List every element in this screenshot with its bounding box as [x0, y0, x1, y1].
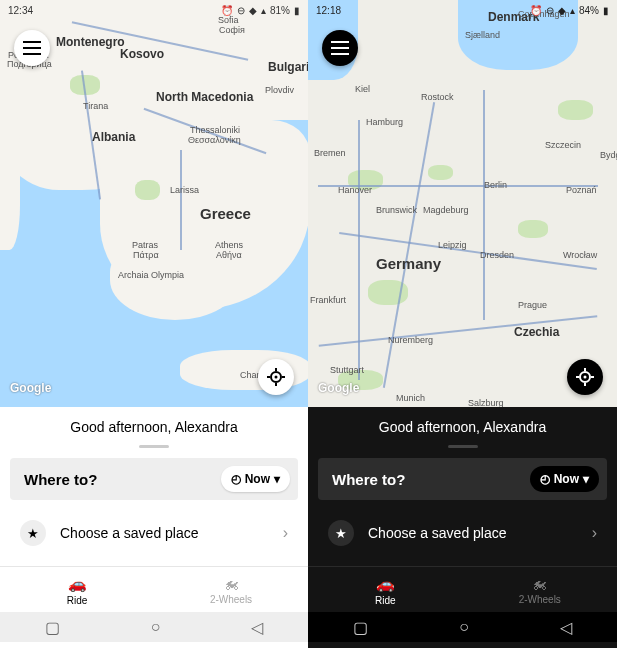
mode-tabs: 🚗 Ride 🏍 2-Wheels	[308, 566, 617, 612]
nav-back-icon[interactable]: ◁	[251, 618, 263, 637]
alarm-icon: ⏰	[530, 5, 542, 16]
nav-home-icon[interactable]: ○	[459, 618, 469, 636]
status-right: ⏰ ⊖ ◆ ▴ 81% ▮	[221, 5, 300, 16]
where-to-row[interactable]: Where to? ◴ Now ▾	[10, 458, 298, 500]
bottom-panel: Good afternoon, Alexandra Where to? ◴ No…	[308, 407, 617, 648]
chevron-down-icon: ▾	[583, 472, 589, 486]
saved-place-label: Choose a saved place	[60, 525, 269, 541]
bottom-panel: Good afternoon, Alexandra Where to? ◴ No…	[0, 407, 308, 648]
map-country-label: Bulgaria	[268, 60, 308, 74]
where-to-row[interactable]: Where to? ◴ Now ▾	[318, 458, 607, 500]
status-time: 12:18	[316, 5, 341, 16]
map-country-label: Greece	[200, 205, 251, 222]
menu-icon	[23, 41, 41, 55]
dnd-icon: ⊖	[237, 5, 245, 16]
where-to-label: Where to?	[332, 471, 405, 488]
chevron-right-icon: ›	[592, 524, 597, 542]
svg-point-1	[275, 376, 278, 379]
nav-recent-icon[interactable]: ▢	[353, 618, 368, 637]
nav-back-icon[interactable]: ◁	[560, 618, 572, 637]
drag-handle[interactable]	[448, 445, 478, 448]
nav-home-icon[interactable]: ○	[151, 618, 161, 636]
mode-tabs: 🚗 Ride 🏍 2-Wheels	[0, 566, 308, 612]
drag-handle[interactable]	[139, 445, 169, 448]
chevron-down-icon: ▾	[274, 472, 280, 486]
schedule-pill[interactable]: ◴ Now ▾	[530, 466, 599, 492]
saved-place-row[interactable]: ★ Choose a saved place ›	[10, 514, 298, 552]
wifi-icon: ◆	[558, 5, 566, 16]
star-icon: ★	[20, 520, 46, 546]
status-time: 12:34	[8, 5, 33, 16]
screen-light-mode: 12:34 ⏰ ⊖ ◆ ▴ 81% ▮ MontenegroKosovoNo	[0, 0, 308, 648]
tab-two-wheels[interactable]: 🏍 2-Wheels	[463, 567, 618, 612]
status-bar: 12:34 ⏰ ⊖ ◆ ▴ 81% ▮	[0, 0, 308, 20]
tab-two-wheels[interactable]: 🏍 2-Wheels	[154, 567, 308, 612]
battery-text: 81%	[270, 5, 290, 16]
svg-point-3	[584, 376, 587, 379]
star-icon: ★	[328, 520, 354, 546]
map-country-label: Kosovo	[120, 47, 164, 61]
locate-button[interactable]	[258, 359, 294, 395]
nav-recent-icon[interactable]: ▢	[45, 618, 60, 637]
saved-place-row[interactable]: ★ Choose a saved place ›	[318, 514, 607, 552]
now-label: Now	[554, 472, 579, 486]
wifi-icon: ◆	[249, 5, 257, 16]
status-right: ⏰ ⊖ ◆ ▴ 84% ▮	[530, 5, 609, 16]
signal-icon: ▴	[261, 5, 266, 16]
battery-icon: ▮	[603, 5, 609, 16]
schedule-pill[interactable]: ◴ Now ▾	[221, 466, 290, 492]
dnd-icon: ⊖	[546, 5, 554, 16]
tab-two-wheels-label: 2-Wheels	[519, 594, 561, 605]
greeting: Good afternoon, Alexandra	[0, 407, 308, 445]
saved-place-label: Choose a saved place	[368, 525, 578, 541]
crosshair-icon	[267, 368, 285, 386]
status-bar: 12:18 ⏰ ⊖ ◆ ▴ 84% ▮	[308, 0, 617, 20]
chevron-right-icon: ›	[283, 524, 288, 542]
tab-ride[interactable]: 🚗 Ride	[0, 567, 154, 612]
screen-dark-mode: 12:18 ⏰ ⊖ ◆ ▴ 84% ▮	[308, 0, 617, 648]
map-country-label: Montenegro	[56, 35, 125, 49]
alarm-icon: ⏰	[221, 5, 233, 16]
tab-ride-label: Ride	[67, 595, 88, 606]
tab-ride[interactable]: 🚗 Ride	[308, 567, 463, 612]
clock-icon: ◴	[540, 472, 550, 486]
menu-button[interactable]	[14, 30, 50, 66]
tab-two-wheels-label: 2-Wheels	[210, 594, 252, 605]
battery-text: 84%	[579, 5, 599, 16]
car-icon: 🚗	[308, 575, 463, 593]
map-attribution: Google	[318, 381, 359, 395]
tab-ride-label: Ride	[375, 595, 396, 606]
bike-icon: 🏍	[154, 575, 308, 592]
car-icon: 🚗	[0, 575, 154, 593]
clock-icon: ◴	[231, 472, 241, 486]
map-country-label: Albania	[92, 130, 135, 144]
map-view[interactable]: MontenegroKosovoNorth MacedoniaAlbaniaGr…	[0, 0, 308, 407]
menu-button[interactable]	[322, 30, 358, 66]
android-navbar: ▢ ○ ◁	[0, 612, 308, 642]
map-attribution: Google	[10, 381, 51, 395]
map-country-label: Germany	[376, 255, 441, 272]
menu-icon	[331, 41, 349, 55]
map-country-label: Czechia	[514, 325, 559, 339]
battery-icon: ▮	[294, 5, 300, 16]
crosshair-icon	[576, 368, 594, 386]
bike-icon: 🏍	[463, 575, 618, 592]
android-navbar: ▢ ○ ◁	[308, 612, 617, 642]
map-view[interactable]: DenmarkGermanyCzechia CopenhagenSjælland…	[308, 0, 617, 407]
locate-button[interactable]	[567, 359, 603, 395]
greeting: Good afternoon, Alexandra	[308, 407, 617, 445]
map-country-label: North Macedonia	[156, 90, 253, 104]
signal-icon: ▴	[570, 5, 575, 16]
where-to-label: Where to?	[24, 471, 97, 488]
now-label: Now	[245, 472, 270, 486]
